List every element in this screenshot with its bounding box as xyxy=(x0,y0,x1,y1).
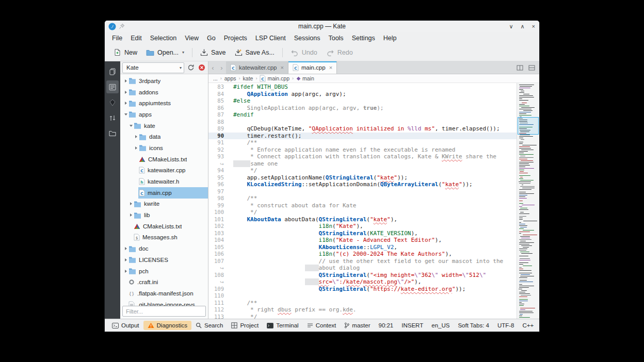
code-line-105[interactable]: KAboutLicense::LGPL_V2, xyxy=(233,244,517,251)
code-line-86[interactable]: SingleApplication app(argc, argv, true); xyxy=(233,105,517,112)
statusbar-master[interactable]: master xyxy=(340,321,374,330)
code-line-113[interactable]: */ xyxy=(233,314,517,319)
statusbar-90-21[interactable]: 90:21 xyxy=(374,321,397,330)
code-line-96[interactable]: KLocalizedString::setApplicationDomain(Q… xyxy=(233,181,517,188)
statusbar-soft-tabs-4[interactable]: Soft Tabs: 4 xyxy=(454,321,493,330)
toolview-project-button[interactable] xyxy=(106,80,119,93)
tree-item-licenses[interactable]: LICENSES xyxy=(120,254,208,266)
tree-item-kate[interactable]: kate xyxy=(120,120,208,131)
code-line-109[interactable]: QStringLiteral("https://kate-editor.org"… xyxy=(233,286,517,293)
breadcrumb-main-cpp[interactable]: Cmain.cpp xyxy=(260,75,289,82)
tree-item-flatpak-manifest-json[interactable]: {}.flatpak-manifest.json xyxy=(120,288,208,299)
code-line-102[interactable]: i18n("Kate"), xyxy=(233,223,517,230)
hsplit-view-button[interactable] xyxy=(527,63,536,72)
menu-file[interactable]: File xyxy=(108,33,126,43)
code-line-112[interactable]: * right dbus prefix == org.kde. xyxy=(233,306,517,314)
vsplit-view-button[interactable] xyxy=(516,63,524,72)
tab-katewaiter-cpp[interactable]: Ckatewaiter.cpp× xyxy=(226,61,288,74)
menu-sessions[interactable]: Sessions xyxy=(290,33,325,43)
save-button[interactable]: Save xyxy=(196,46,230,58)
code-line-91[interactable]: /** xyxy=(233,139,517,146)
maximize-button[interactable]: ∧ xyxy=(521,24,525,29)
menu-edit[interactable]: Edit xyxy=(126,33,146,43)
code-line-101[interactable]: KAboutData aboutData(QStringLiteral("kat… xyxy=(233,216,517,223)
minimap-scrollbar[interactable] xyxy=(517,83,539,319)
minimap-visible-region[interactable] xyxy=(518,117,539,135)
tree-item-appiumtests[interactable]: appiumtests xyxy=(120,97,208,109)
breadcrumb-main[interactable]: main xyxy=(296,75,314,81)
code-line-104[interactable]: i18n("Kate - Advanced Text Editor"), xyxy=(233,237,517,244)
code-line-wrap[interactable]: src=\":/kate/mascot.png\"/>"), xyxy=(233,278,517,286)
titlebar[interactable]: main.cpp — Kate ∨∧× xyxy=(105,21,539,32)
code-line-106[interactable]: i18n("(c) 2000-2024 The Kate Authors"), xyxy=(233,251,517,258)
tree-item-main-cpp[interactable]: Cmain.cpp xyxy=(120,187,208,199)
tree-item-icons[interactable]: icons xyxy=(120,142,208,154)
tree-item-data[interactable]: data xyxy=(120,131,208,142)
statusbar-insert[interactable]: INSERT xyxy=(397,321,427,330)
tree-item-messages-sh[interactable]: $Messages.sh xyxy=(120,232,208,243)
menu-help[interactable]: Help xyxy=(379,33,401,43)
tree-item-katewaiter-cpp[interactable]: Ckatewaiter.cpp xyxy=(120,165,208,176)
open-button[interactable]: Open...▾ xyxy=(142,47,188,58)
code-line-107[interactable]: // use the other text field to get our m… xyxy=(233,258,517,265)
code-line-98[interactable]: /** xyxy=(233,195,517,202)
menu-settings[interactable]: Settings xyxy=(348,33,379,43)
code-line-89[interactable]: qCDebug(KateTime, "QApplication initiali… xyxy=(233,125,517,133)
statusbar-c[interactable]: C++ xyxy=(519,321,538,330)
tree-item-doc[interactable]: doc xyxy=(120,243,208,254)
minimize-button[interactable]: ∨ xyxy=(509,24,513,29)
code-line-85[interactable]: #else xyxy=(233,97,517,105)
tree-item-apps[interactable]: apps xyxy=(120,109,208,120)
code-editor[interactable]: #ifdef WITH_DBUS QApplication app(argc, … xyxy=(230,83,517,319)
tree-item-addons[interactable]: addons xyxy=(120,87,208,98)
reload-project-button[interactable] xyxy=(187,63,195,72)
code-line-wrap[interactable]: about dialog xyxy=(233,265,517,272)
toolview-documents-button[interactable] xyxy=(106,65,119,78)
breadcrumb-kate[interactable]: kate xyxy=(243,75,253,81)
code-line-103[interactable]: QStringLiteral(KATE_VERSION), xyxy=(233,230,517,237)
statusbar-en-us[interactable]: en_US xyxy=(427,321,454,330)
statusbar-diagnostics[interactable]: Diagnostics xyxy=(143,321,191,330)
statusbar-project[interactable]: Project xyxy=(227,321,263,330)
tree-item-3rdparty[interactable]: 3rdparty xyxy=(120,75,208,87)
tree-item-cmakelists-txt[interactable]: CMakeLists.txt xyxy=(120,154,208,165)
close-project-button[interactable] xyxy=(198,63,206,72)
nav-forward-button[interactable]: › xyxy=(217,61,226,74)
menu-lsp-client[interactable]: LSP Client xyxy=(251,33,290,43)
code-line-92[interactable]: * Enforce application name even if the e… xyxy=(233,146,517,154)
menu-go[interactable]: Go xyxy=(203,33,220,43)
save-as-button[interactable]: Save As... xyxy=(231,46,279,58)
project-filter-input[interactable] xyxy=(122,306,206,317)
toolview-git-button[interactable] xyxy=(106,111,119,124)
statusbar-terminal[interactable]: Terminal xyxy=(263,321,302,330)
menu-projects[interactable]: Projects xyxy=(220,33,251,43)
code-line-108[interactable]: QStringLiteral("<img height=\"362\" widt… xyxy=(233,272,517,279)
tree-item-katewaiter-h[interactable]: hkatewaiter.h xyxy=(120,176,208,187)
code-line-90[interactable]: timer.restart(); xyxy=(230,133,517,140)
new-button[interactable]: New xyxy=(109,46,141,58)
tree-item-lib[interactable]: lib xyxy=(120,209,208,221)
breadcrumb-overflow[interactable]: ... xyxy=(213,75,218,81)
code-line-99[interactable]: * construct about data for Kate xyxy=(233,202,517,209)
redo-button[interactable]: Redo xyxy=(322,47,357,58)
code-line-87[interactable]: #endif xyxy=(233,111,517,119)
code-line-97[interactable] xyxy=(233,188,517,195)
undo-button[interactable]: Undo xyxy=(286,47,321,58)
statusbar-search[interactable]: Search xyxy=(191,321,227,330)
tree-item-kwrite[interactable]: kwrite xyxy=(120,199,208,210)
tree-item-cmakelists-txt[interactable]: CMakeLists.txt xyxy=(120,221,208,232)
statusbar-utf-8[interactable]: UTF-8 xyxy=(493,321,519,330)
menu-view[interactable]: View xyxy=(181,33,203,43)
toolview-filesystem-button[interactable] xyxy=(106,127,119,140)
code-line-100[interactable]: */ xyxy=(233,209,517,216)
code-line-wrap[interactable]: same one xyxy=(233,160,517,168)
code-line-111[interactable]: /** xyxy=(233,300,517,307)
statusbar-context[interactable]: Context xyxy=(303,321,341,330)
tree-item-pch[interactable]: pch xyxy=(120,266,208,277)
statusbar-output[interactable]: Output xyxy=(108,321,143,330)
close-button[interactable]: × xyxy=(532,24,535,29)
toolview-symbols-button[interactable] xyxy=(106,96,119,109)
code-line-88[interactable] xyxy=(233,119,517,126)
code-line-95[interactable]: app.setApplicationName(QStringLiteral("k… xyxy=(233,174,517,182)
tab-main-cpp[interactable]: Cmain.cpp× xyxy=(288,61,337,74)
